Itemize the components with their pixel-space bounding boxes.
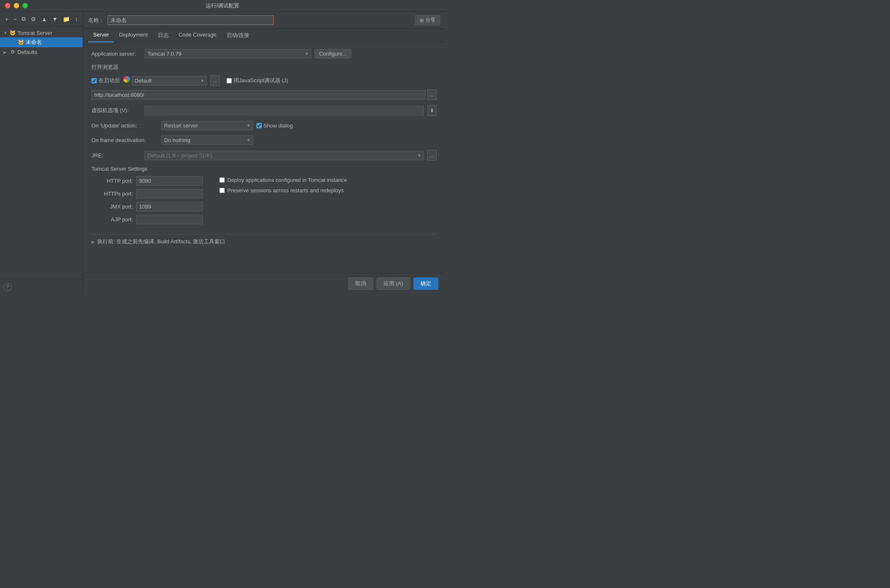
configure-button[interactable]: Configure... bbox=[315, 49, 352, 59]
deploy-label-text: Deploy applications configured in Tomcat… bbox=[227, 177, 347, 183]
move-down-button[interactable]: ▼ bbox=[50, 15, 59, 23]
chrome-icon bbox=[123, 76, 130, 83]
browser-section-title: 打开浏览器 bbox=[91, 64, 437, 71]
tomcat-settings-section: Tomcat Server Settings HTTP port: HTTPs … bbox=[91, 166, 437, 228]
sidebar: + − ⧉ ⚙ ▲ ▼ 📁 ↕ ▼ 🐱 Tomcat Server 🐱 未命名 bbox=[0, 12, 83, 294]
cancel-button[interactable]: 取消 bbox=[348, 277, 373, 290]
copy-config-button[interactable]: ⧉ bbox=[20, 15, 27, 23]
url-input[interactable] bbox=[91, 90, 425, 100]
show-dialog-text: Show dialog bbox=[263, 122, 293, 129]
ajp-port-input[interactable] bbox=[136, 215, 203, 224]
main-container: + − ⧉ ⚙ ▲ ▼ 📁 ↕ ▼ 🐱 Tomcat Server 🐱 未命名 bbox=[0, 12, 445, 294]
app-server-select-container: Tomcat 7.0.79 ▼ bbox=[145, 49, 311, 59]
defaults-arrow: ▶ bbox=[3, 50, 9, 54]
sidebar-bottom: ? bbox=[0, 279, 83, 294]
http-port-input[interactable] bbox=[136, 176, 203, 186]
settings-button[interactable]: ⚙ bbox=[29, 15, 38, 23]
sidebar-toolbar: + − ⧉ ⚙ ▲ ▼ 📁 ↕ bbox=[0, 12, 83, 27]
vm-options-expand-button[interactable]: ⬇ bbox=[427, 105, 437, 116]
tab-code-coverage[interactable]: Code Coverage bbox=[174, 29, 221, 42]
frame-deactivation-arrow[interactable]: ▼ bbox=[244, 135, 253, 145]
sidebar-item-defaults[interactable]: ▶ ⚙ Defaults bbox=[0, 47, 83, 56]
https-port-input[interactable] bbox=[136, 189, 203, 198]
jre-select[interactable]: Default (1.8 – project SDK) bbox=[145, 151, 415, 160]
vm-options-input[interactable] bbox=[145, 106, 424, 115]
frame-deactivation-select[interactable]: Do nothing bbox=[161, 135, 244, 145]
tomcat-settings-title: Tomcat Server Settings bbox=[91, 166, 437, 172]
tab-server[interactable]: Server bbox=[88, 29, 114, 42]
sidebar-item-tomcat-server[interactable]: ▼ 🐱 Tomcat Server bbox=[0, 28, 83, 37]
config-header: 名称： ⊞ 分享 bbox=[83, 12, 445, 29]
tab-deployment[interactable]: Deployment bbox=[114, 29, 152, 42]
sidebar-item-unnamed[interactable]: 🐱 未命名 bbox=[0, 37, 83, 47]
minimize-button[interactable] bbox=[14, 3, 19, 8]
help-button[interactable]: ? bbox=[3, 283, 12, 291]
share-icon: ⊞ bbox=[420, 17, 424, 23]
update-action-select[interactable]: Restart server bbox=[161, 121, 244, 130]
url-more-button[interactable]: ... bbox=[427, 89, 437, 100]
after-launch-label: 在启动后 bbox=[98, 77, 120, 84]
frame-deactivation-label: On frame deactivation: bbox=[91, 137, 158, 143]
content-area: 名称： ⊞ 分享 Server Deployment 日志 Code Cover… bbox=[83, 12, 445, 294]
preserve-checkbox-label[interactable]: Preserve sessions across restarts and re… bbox=[219, 187, 347, 194]
remove-config-button[interactable]: − bbox=[12, 15, 18, 23]
before-launch-header[interactable]: ▶ 执行前: 生成之前先编译, Build Artifacts, 激活工具窗口 bbox=[91, 238, 437, 245]
app-server-select[interactable]: Tomcat 7.0.79 bbox=[145, 49, 302, 59]
browser-dropdown-arrow[interactable]: ▼ bbox=[198, 76, 207, 86]
ajp-port-row: AJP port: bbox=[91, 215, 203, 224]
tab-log[interactable]: 日志 bbox=[153, 29, 174, 42]
folder-button[interactable]: 📁 bbox=[61, 15, 71, 23]
share-button[interactable]: ⊞ 分享 bbox=[415, 15, 440, 25]
app-server-dropdown-arrow[interactable]: ▼ bbox=[302, 49, 311, 59]
browser-more-button[interactable]: ... bbox=[210, 75, 220, 86]
vm-options-label: 虚拟机选项 (V): bbox=[91, 107, 141, 114]
jre-select-container: Default (1.8 – project SDK) ▼ bbox=[145, 151, 424, 160]
js-debugger-label[interactable]: 用JavaScript调试器 (J) bbox=[226, 77, 288, 84]
share-label: 分享 bbox=[425, 17, 435, 24]
show-dialog-checkbox[interactable] bbox=[256, 123, 262, 128]
update-action-label: On 'Update' action: bbox=[91, 122, 158, 129]
tomcat-server-label: Tomcat Server bbox=[17, 30, 52, 36]
jmx-port-input[interactable] bbox=[136, 202, 203, 211]
js-debugger-text: 用JavaScript调试器 (J) bbox=[234, 77, 288, 84]
deploy-checkbox[interactable] bbox=[219, 177, 225, 183]
move-up-button[interactable]: ▲ bbox=[39, 15, 49, 23]
tab-startup[interactable]: 启动/连接 bbox=[221, 29, 255, 42]
vm-options-row: 虚拟机选项 (V): ⬇ bbox=[91, 105, 437, 116]
deploy-checkbox-label[interactable]: Deploy applications configured in Tomcat… bbox=[219, 177, 347, 183]
window-title: 运行/调试配置 bbox=[206, 2, 240, 10]
app-server-row: Application server: Tomcat 7.0.79 ▼ Conf… bbox=[91, 49, 437, 59]
browser-options-row: 在启动后 Default ▼ ... 用JavaScript调试器 (J) bbox=[91, 75, 437, 86]
sort-button[interactable]: ↕ bbox=[73, 15, 79, 23]
frame-deactivation-select-container: Do nothing ▼ bbox=[161, 135, 253, 145]
jmx-port-row: JMX port: bbox=[91, 202, 203, 211]
update-action-arrow[interactable]: ▼ bbox=[244, 121, 253, 130]
jmx-port-label: JMX port: bbox=[91, 203, 133, 210]
unnamed-label: 未命名 bbox=[26, 39, 42, 46]
unnamed-icon: 🐱 bbox=[17, 39, 24, 46]
add-config-button[interactable]: + bbox=[3, 15, 10, 23]
show-dialog-label[interactable]: Show dialog bbox=[256, 122, 293, 129]
defaults-label: Defaults bbox=[17, 49, 37, 55]
after-launch-checkbox[interactable] bbox=[91, 78, 97, 83]
name-label: 名称： bbox=[88, 17, 104, 24]
preserve-checkbox[interactable] bbox=[219, 188, 225, 193]
ok-button[interactable]: 确定 bbox=[413, 277, 438, 290]
config-name-input[interactable] bbox=[108, 15, 274, 25]
preserve-label-text: Preserve sessions across restarts and re… bbox=[227, 187, 344, 194]
browser-select[interactable]: Default bbox=[132, 76, 198, 86]
after-launch-checkbox-label[interactable]: 在启动后 bbox=[91, 77, 120, 84]
window-controls bbox=[5, 3, 28, 8]
apply-button[interactable]: 应用 (A) bbox=[376, 277, 410, 290]
titlebar: 运行/调试配置 bbox=[0, 0, 445, 12]
maximize-button[interactable] bbox=[22, 3, 28, 8]
update-action-row: On 'Update' action: Restart server ▼ Sho… bbox=[91, 121, 437, 130]
jre-more-button[interactable]: ... bbox=[427, 150, 437, 161]
close-button[interactable] bbox=[5, 3, 10, 8]
https-port-label: HTTPs port: bbox=[91, 191, 133, 197]
js-debugger-checkbox[interactable] bbox=[226, 78, 232, 83]
jre-dropdown-arrow[interactable]: ▼ bbox=[415, 151, 424, 160]
tabs-bar: Server Deployment 日志 Code Coverage 启动/连接 bbox=[83, 29, 445, 42]
http-port-label: HTTP port: bbox=[91, 178, 133, 184]
frame-deactivation-row: On frame deactivation: Do nothing ▼ bbox=[91, 135, 437, 145]
